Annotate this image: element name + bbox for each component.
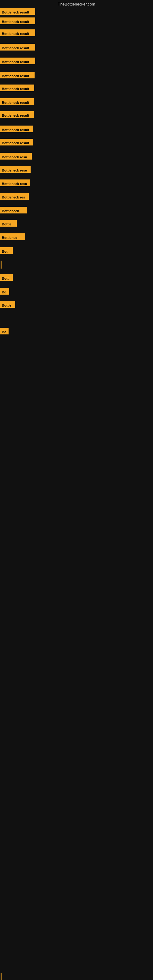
bottleneck-badge-19: Bott <box>0 274 13 281</box>
bottleneck-badge-5: Bottleneck result <box>0 72 35 78</box>
vertical-line-0 <box>1 261 2 269</box>
bottleneck-badge-10: Bottleneck result <box>0 139 33 145</box>
bottleneck-badge-21: Bottle <box>0 301 15 308</box>
bottleneck-badge-16: Bottle <box>0 220 17 227</box>
bottleneck-badge-12: Bottleneck resu <box>0 166 30 173</box>
bottleneck-badge-3: Bottleneck result <box>0 44 35 51</box>
bottleneck-badge-11: Bottleneck resu <box>0 153 32 159</box>
bottleneck-badge-17: Bottlenec <box>0 233 25 240</box>
bottleneck-badge-1: Bottleneck result <box>0 18 35 24</box>
bottleneck-badge-18: Bot <box>0 247 13 254</box>
bottleneck-badge-6: Bottleneck result <box>0 84 34 91</box>
bottleneck-badge-2: Bottleneck result <box>0 29 35 36</box>
bottleneck-badge-9: Bottleneck result <box>0 126 33 132</box>
site-title: TheBottlenecker.com <box>0 2 153 6</box>
bottleneck-badge-7: Bottleneck result <box>0 98 33 105</box>
bottleneck-badge-20: Bo <box>0 288 9 294</box>
bottleneck-badge-22: Bo <box>0 328 9 334</box>
bottleneck-badge-14: Bottleneck res <box>0 193 29 200</box>
bottleneck-badge-4: Bottleneck result <box>0 57 35 64</box>
bottleneck-badge-0: Bottleneck result <box>0 8 35 15</box>
bottleneck-badge-8: Bottleneck result <box>0 111 33 118</box>
vertical-line-1 <box>1 973 2 980</box>
bottleneck-badge-15: Bottleneck <box>0 207 27 213</box>
bottleneck-badge-13: Bottleneck resu <box>0 180 30 186</box>
